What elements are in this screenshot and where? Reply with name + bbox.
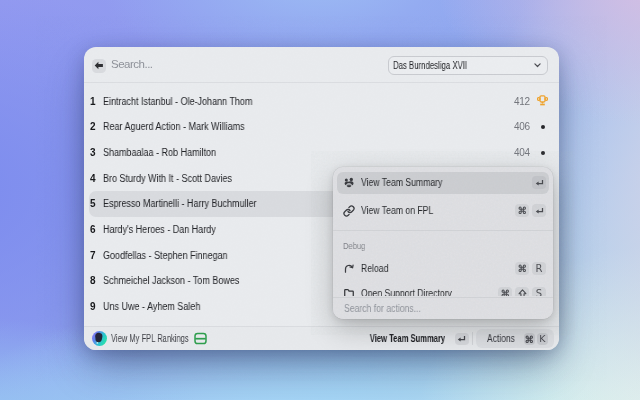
menu-item-label: View Team on FPL — [361, 205, 494, 216]
menu-item-label: View Team Summary — [361, 177, 508, 188]
keycap-group: R — [515, 262, 546, 275]
shift-keycap — [515, 287, 529, 297]
menu-item[interactable]: View Team Summary — [337, 172, 549, 194]
actions-button-label-text: Actions — [487, 333, 515, 344]
footer-primary-action-label[interactable]: View Team Summary — [370, 333, 445, 344]
actions-menu-search[interactable]: Search for actions... — [333, 297, 553, 320]
menu-item[interactable]: Open Support DirectoryS — [337, 282, 549, 296]
row-points: 404 — [514, 147, 530, 158]
league-dropdown-value: Das Burndesliga XVII — [393, 60, 503, 71]
keycap-group — [532, 176, 546, 189]
footer-command-label-text: View My FPL Rankings — [111, 333, 189, 344]
footer-bar: View My FPL Rankings View Team Summary A… — [84, 326, 559, 350]
menu-item[interactable]: View Team on FPL — [337, 200, 549, 222]
cmd-keycap — [515, 262, 529, 275]
back-button[interactable] — [92, 59, 107, 73]
cmd-keycap — [498, 287, 512, 297]
row-rank: 7 — [90, 250, 99, 261]
row-rank: 1 — [90, 96, 99, 107]
footer-divider — [472, 332, 473, 345]
search-header: Search... Das Burndesliga XVII — [84, 47, 559, 83]
actions-button-label: Actions — [487, 333, 520, 344]
keycap-group: S — [498, 287, 546, 297]
dot-icon — [536, 125, 550, 129]
dot-icon — [536, 151, 550, 155]
menu-item-label: Reload — [361, 263, 494, 274]
row-title: Shambaalaa - Rob Hamilton — [103, 147, 473, 158]
gameweek-icon — [194, 332, 207, 345]
footer-command-label[interactable]: View My FPL Rankings — [111, 333, 189, 344]
row-rank: 5 — [90, 198, 99, 209]
list-row[interactable]: 1Eintracht Istanbul - Ole-Johann Thom412 — [89, 89, 553, 115]
arrow-left-icon — [94, 61, 104, 70]
actions-search-placeholder: Search for actions... — [344, 303, 421, 314]
keycap: R — [532, 262, 546, 275]
row-points: 412 — [514, 96, 530, 107]
row-rank: 8 — [90, 275, 99, 286]
folder-icon — [343, 287, 355, 296]
menu-section-label: Debug — [337, 231, 549, 255]
actions-menu-items: View Team SummaryView Team on FPLDebugRe… — [333, 167, 553, 296]
list-row[interactable]: 3Shambaalaa - Rob Hamilton404 — [89, 140, 553, 166]
league-dropdown[interactable]: Das Burndesliga XVII — [388, 56, 548, 75]
row-rank: 4 — [90, 173, 99, 184]
return-keycap — [532, 176, 546, 189]
cmd-keycap — [524, 333, 535, 345]
row-title: Rear Aguerd Action - Mark Williams — [103, 121, 473, 132]
row-rank: 6 — [90, 224, 99, 235]
k-keycap: K — [537, 333, 548, 345]
row-rank: 3 — [90, 147, 99, 158]
row-points: 406 — [514, 121, 530, 132]
player-icon — [343, 177, 355, 189]
row-rank: 2 — [90, 121, 99, 132]
fpl-extension-icon — [92, 331, 107, 346]
search-input[interactable]: Search... — [111, 58, 389, 70]
cmd-keycap — [515, 204, 529, 217]
keycap-group — [515, 204, 546, 217]
actions-button[interactable]: Actions K — [476, 329, 554, 349]
keycap: S — [532, 287, 546, 297]
list-row[interactable]: 2Rear Aguerd Action - Mark Williams406 — [89, 114, 553, 140]
menu-item[interactable]: ReloadR — [337, 257, 549, 279]
actions-menu: View Team SummaryView Team on FPLDebugRe… — [333, 167, 553, 319]
row-title: Eintracht Istanbul - Ole-Johann Thom — [103, 96, 473, 107]
return-keycap — [455, 333, 469, 345]
menu-item-label: Open Support Directory — [361, 288, 479, 297]
chevron-down-icon — [534, 63, 541, 68]
reload-icon — [343, 262, 355, 275]
menu-section-label-text: Debug — [343, 239, 365, 250]
row-rank: 9 — [90, 301, 99, 312]
trophy-icon — [536, 95, 550, 107]
return-keycap — [532, 204, 546, 217]
link-icon — [343, 205, 355, 217]
